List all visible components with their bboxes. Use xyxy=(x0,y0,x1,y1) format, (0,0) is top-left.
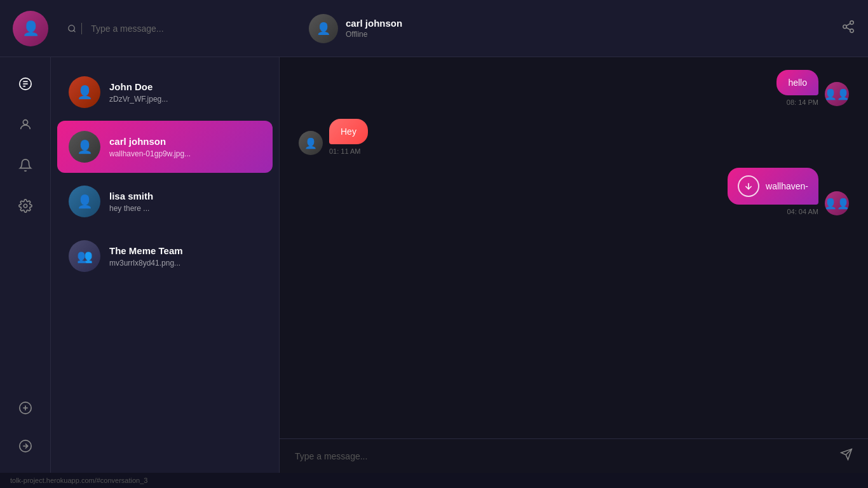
hello-bubble: hello xyxy=(776,70,818,95)
wallhaven-bubble-wrap: wallhaven- 04: 04 AM xyxy=(728,168,818,215)
my-avatar[interactable] xyxy=(13,11,48,46)
search-divider xyxy=(81,23,82,34)
statusbar: tolk-project.herokuapp.com/#conversation… xyxy=(0,473,868,488)
conversation-item-carl-johnson[interactable]: 👤 carl johnson wallhaven-01gp9w.jpg... xyxy=(57,121,273,173)
hello-bubble-wrap: hello 08: 14 PM xyxy=(776,70,818,106)
svg-point-2 xyxy=(850,21,854,25)
carl-johnson-name: carl johnson xyxy=(109,136,261,147)
lisa-smith-avatar: 👤 xyxy=(69,186,100,217)
share-button[interactable] xyxy=(841,20,855,37)
statusbar-url: tolk-project.herokuapp.com/#conversation… xyxy=(10,477,147,484)
sidebar-nav xyxy=(0,57,51,473)
meme-team-avatar: 👥 xyxy=(69,240,100,272)
message-input[interactable] xyxy=(295,451,840,461)
john-doe-details: John Doe zDzVr_WF.jpeg... xyxy=(109,81,261,104)
messages-list: 👤 hello 08: 14 PM 👤 Hey xyxy=(280,57,868,438)
meme-team-details: The Meme Team mv3urrlx8yd41.png... xyxy=(109,245,261,268)
meme-team-name: The Meme Team xyxy=(109,245,261,256)
sidebar-item-logout[interactable] xyxy=(11,432,39,460)
sidebar-item-settings[interactable] xyxy=(11,192,39,220)
svg-line-1 xyxy=(74,30,76,32)
contact-status: Offline xyxy=(346,30,402,39)
john-doe-preview: zDzVr_WF.jpeg... xyxy=(109,95,261,104)
svg-line-6 xyxy=(846,24,850,26)
search-input[interactable] xyxy=(91,24,283,34)
svg-point-11 xyxy=(23,120,27,125)
carl-msg-avatar: 👤 xyxy=(299,131,323,155)
john-doe-avatar: 👤 xyxy=(69,76,100,108)
sidebar-item-contacts[interactable] xyxy=(11,111,39,139)
hey-bubble: Hey xyxy=(329,119,368,144)
meme-team-preview: mv3urrlx8yd41.png... xyxy=(109,259,261,268)
chat-area: 👤 hello 08: 14 PM 👤 Hey xyxy=(280,57,868,473)
sidebar-bottom-nav xyxy=(11,394,39,460)
message-row-wallhaven: 👤 wallhaven- 04: 04 AM xyxy=(299,168,849,215)
hello-time: 08: 14 PM xyxy=(787,98,818,106)
lisa-smith-name: lisa smith xyxy=(109,191,261,201)
hey-time: 01: 11 AM xyxy=(329,147,361,155)
send-button[interactable] xyxy=(840,448,853,464)
conversations-list: 👤 John Doe zDzVr_WF.jpeg... 👤 carl johns… xyxy=(51,57,280,473)
download-icon[interactable] xyxy=(738,175,759,197)
sidebar-item-notifications[interactable] xyxy=(11,151,39,179)
carl-johnson-preview: wallhaven-01gp9w.jpg... xyxy=(109,149,261,158)
svg-point-0 xyxy=(69,25,75,31)
search-icon xyxy=(67,24,76,34)
lisa-smith-details: lisa smith hey there ... xyxy=(109,191,261,213)
svg-point-3 xyxy=(843,25,847,29)
hey-bubble-wrap: Hey 01: 11 AM xyxy=(329,119,368,155)
conversation-item-john-doe[interactable]: 👤 John Doe zDzVr_WF.jpeg... xyxy=(57,66,273,118)
lisa-smith-preview: hey there ... xyxy=(109,204,261,213)
wallhaven-bubble: wallhaven- xyxy=(728,168,818,205)
john-doe-name: John Doe xyxy=(109,81,261,92)
svg-line-5 xyxy=(846,27,850,30)
sidebar-item-add[interactable] xyxy=(11,394,39,422)
message-row-hello: 👤 hello 08: 14 PM xyxy=(299,70,849,106)
conversation-item-meme-team[interactable]: 👥 The Meme Team mv3urrlx8yd41.png... xyxy=(57,230,273,282)
contact-name-status: carl johnson Offline xyxy=(346,18,402,39)
svg-point-12 xyxy=(24,204,27,208)
message-row-hey: 👤 Hey 01: 11 AM xyxy=(299,119,849,155)
conversation-item-lisa-smith[interactable]: 👤 lisa smith hey there ... xyxy=(57,175,273,227)
wallhaven-time: 04: 04 AM xyxy=(787,208,818,215)
search-bar xyxy=(67,23,283,34)
contact-info-header: carl johnson Offline xyxy=(309,14,402,43)
contact-header-avatar xyxy=(309,14,338,43)
sidebar-item-chat[interactable] xyxy=(11,70,39,98)
carl-johnson-avatar: 👤 xyxy=(69,131,100,163)
topbar: carl johnson Offline xyxy=(0,0,868,57)
svg-point-4 xyxy=(850,29,854,32)
main-content: 👤 John Doe zDzVr_WF.jpeg... 👤 carl johns… xyxy=(0,57,868,473)
my-msg-avatar-2: 👤 xyxy=(825,191,849,215)
message-input-bar xyxy=(280,438,868,473)
my-msg-avatar: 👤 xyxy=(825,82,849,106)
contact-name: carl johnson xyxy=(346,18,402,29)
carl-johnson-details: carl johnson wallhaven-01gp9w.jpg... xyxy=(109,136,261,158)
